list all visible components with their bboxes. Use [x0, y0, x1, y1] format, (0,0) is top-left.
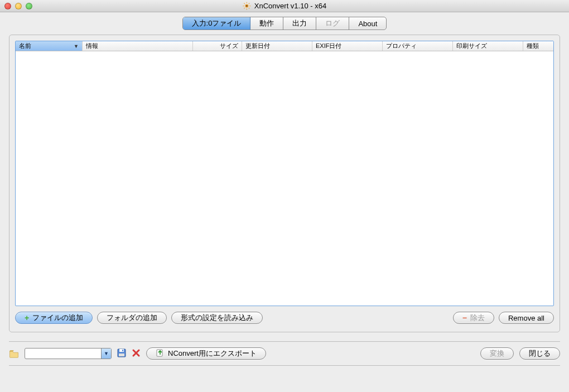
col-exif[interactable]: EXIF日付	[312, 41, 383, 51]
window-title-group: XnConvert v1.10 - x64	[243, 2, 326, 10]
tab-about[interactable]: About	[349, 17, 386, 30]
app-icon	[243, 2, 251, 10]
zoom-window-icon[interactable]	[26, 3, 32, 9]
close-window-icon[interactable]	[4, 3, 11, 9]
tab-output[interactable]: 出力	[283, 17, 316, 30]
export-label: NConvert用にエクスポート	[168, 349, 257, 359]
remove-all-button[interactable]: Remove all	[499, 312, 554, 324]
svg-line-7	[244, 8, 244, 8]
window-controls	[4, 3, 32, 9]
bottom-left-group: ▼ NConvert用にエクスポート	[9, 347, 266, 360]
col-type[interactable]: 種類	[523, 41, 553, 51]
svg-rect-12	[119, 354, 124, 356]
sort-desc-icon: ▼	[74, 43, 79, 49]
tab-input[interactable]: 入力:0ファイル	[183, 17, 251, 30]
load-format-button[interactable]: 形式の設定を読み込み	[171, 312, 263, 324]
close-button[interactable]: 閉じる	[519, 347, 560, 360]
file-buttons-row: + ファイルの追加 フォルダの追加 形式の設定を読み込み − 除去 Remove…	[15, 312, 554, 324]
col-print[interactable]: 印刷サイズ	[453, 41, 523, 51]
segmented-control: 入力:0ファイル 動作 出力 ログ About	[182, 17, 387, 30]
add-file-button[interactable]: + ファイルの追加	[15, 312, 93, 324]
col-info[interactable]: 情報	[83, 41, 193, 51]
load-format-label: 形式の設定を読み込み	[181, 313, 253, 323]
svg-point-9	[246, 5, 248, 7]
svg-line-8	[249, 3, 249, 4]
svg-rect-13	[122, 350, 123, 351]
svg-line-6	[249, 8, 249, 8]
col-property[interactable]: プロパティ	[383, 41, 453, 51]
window-title: XnConvert v1.10 - x64	[254, 2, 326, 10]
add-folder-label: フォルダの追加	[107, 313, 157, 323]
col-name[interactable]: 名前 ▼	[16, 41, 83, 51]
bottom-right-group: 変換 閉じる	[480, 347, 560, 360]
tab-bar: 入力:0ファイル 動作 出力 ログ About	[0, 12, 569, 35]
convert-label: 変換	[490, 349, 504, 359]
tab-action[interactable]: 動作	[250, 17, 283, 30]
minimize-window-icon[interactable]	[15, 3, 22, 9]
dropdown-arrow-icon[interactable]: ▼	[101, 349, 111, 359]
minus-icon: −	[462, 314, 467, 322]
titlebar: XnConvert v1.10 - x64	[0, 0, 569, 12]
remove-button[interactable]: − 除去	[453, 312, 494, 324]
save-icon[interactable]	[117, 349, 126, 359]
folder-icon[interactable]	[9, 350, 19, 358]
close-label: 閉じる	[529, 349, 551, 359]
remove-label: 除去	[470, 313, 485, 323]
tab-log[interactable]: ログ	[316, 17, 349, 30]
bottom-bar: ▼ NConvert用にエクスポート 変換 閉じる	[9, 341, 560, 366]
preset-dropdown[interactable]: ▼	[25, 348, 112, 359]
export-icon	[156, 349, 165, 359]
delete-icon[interactable]	[132, 349, 141, 359]
input-panel: 名前 ▼ 情報 サイズ 更新日付 EXIF日付 プロパティ 印刷サイズ 種類 +…	[9, 35, 560, 332]
svg-line-5	[244, 3, 244, 4]
col-modified[interactable]: 更新日付	[242, 41, 312, 51]
col-name-label: 名前	[19, 42, 31, 50]
table-header: 名前 ▼ 情報 サイズ 更新日付 EXIF日付 プロパティ 印刷サイズ 種類	[16, 41, 553, 51]
file-table[interactable]: 名前 ▼ 情報 サイズ 更新日付 EXIF日付 プロパティ 印刷サイズ 種類	[15, 41, 554, 306]
convert-button[interactable]: 変換	[480, 347, 514, 360]
plus-icon: +	[25, 314, 29, 322]
add-folder-button[interactable]: フォルダの追加	[97, 312, 167, 324]
remove-all-label: Remove all	[508, 314, 544, 322]
export-nconvert-button[interactable]: NConvert用にエクスポート	[146, 347, 266, 360]
col-size[interactable]: サイズ	[193, 41, 242, 51]
add-file-label: ファイルの追加	[32, 313, 83, 323]
